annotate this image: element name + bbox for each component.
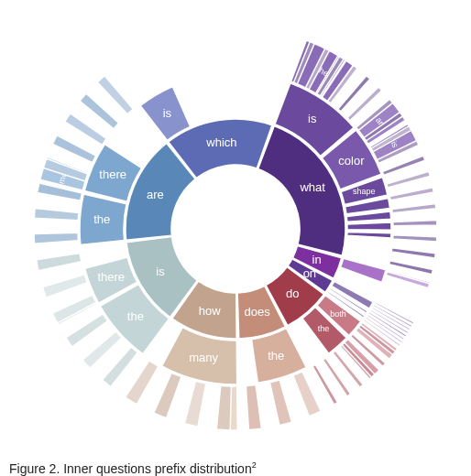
spike-what-16[interactable] bbox=[391, 248, 435, 258]
cap-3: I bbox=[63, 461, 67, 476]
spike-is-4[interactable] bbox=[42, 275, 87, 298]
spike-what-14[interactable] bbox=[393, 221, 437, 226]
spike-which-11[interactable] bbox=[208, 29, 214, 73]
seg-are-the[interactable] bbox=[80, 194, 126, 244]
spike-is-5[interactable] bbox=[37, 253, 82, 270]
spike-are-0[interactable] bbox=[34, 233, 78, 243]
spike-which-13[interactable] bbox=[226, 27, 229, 71]
spike-which-15[interactable] bbox=[243, 27, 246, 71]
spike-does-0[interactable] bbox=[293, 372, 321, 416]
spike-which-6[interactable] bbox=[163, 40, 180, 81]
spike-which-18[interactable] bbox=[265, 31, 274, 74]
spike-which-4[interactable] bbox=[146, 49, 166, 88]
spike-which-17[interactable] bbox=[257, 29, 265, 73]
spike-how-3[interactable] bbox=[126, 361, 159, 405]
spike-which-16[interactable] bbox=[250, 28, 255, 72]
spike-what-15[interactable] bbox=[393, 235, 437, 242]
spike-which-3[interactable] bbox=[137, 52, 159, 91]
spike-which-12[interactable] bbox=[217, 28, 222, 72]
spike-which-10[interactable] bbox=[199, 31, 208, 74]
cap-2: 2 bbox=[49, 461, 57, 476]
spike-how-2[interactable] bbox=[154, 373, 181, 417]
figure-caption: Figure 2. Inner questions prefix distrib… bbox=[0, 460, 471, 476]
spike-what-11[interactable] bbox=[387, 171, 430, 188]
seg-what-number[interactable] bbox=[347, 232, 391, 238]
seg-what-size[interactable] bbox=[347, 222, 391, 230]
spike-in-3[interactable] bbox=[381, 288, 422, 305]
spike-which-5[interactable] bbox=[154, 44, 172, 84]
spike-how-0[interactable] bbox=[216, 385, 231, 430]
spike-what-12[interactable] bbox=[389, 188, 433, 200]
spike-is-3[interactable] bbox=[52, 295, 96, 323]
sunburst-svg: whatisthecolorareisshapeinondoboththedoe… bbox=[0, 0, 471, 458]
spike-how-1[interactable] bbox=[184, 381, 206, 427]
seg-in-the[interactable] bbox=[341, 258, 386, 282]
spike-is-0[interactable] bbox=[102, 347, 137, 387]
spike-is-1[interactable] bbox=[82, 331, 122, 368]
cap-5: di bbox=[190, 461, 200, 476]
spike-does-2[interactable] bbox=[246, 385, 261, 430]
sunburst-chart: whatisthecolorareisshapeinondoboththedoe… bbox=[0, 0, 471, 458]
spike-which-14[interactable] bbox=[236, 27, 236, 71]
spike-is-2[interactable] bbox=[66, 314, 108, 347]
spike-what-13[interactable] bbox=[392, 204, 436, 213]
spike-does-1[interactable] bbox=[269, 380, 291, 426]
spike-are-4[interactable] bbox=[52, 135, 95, 163]
spike-are-1[interactable] bbox=[34, 209, 79, 221]
cap-1: Fi bbox=[9, 461, 20, 476]
